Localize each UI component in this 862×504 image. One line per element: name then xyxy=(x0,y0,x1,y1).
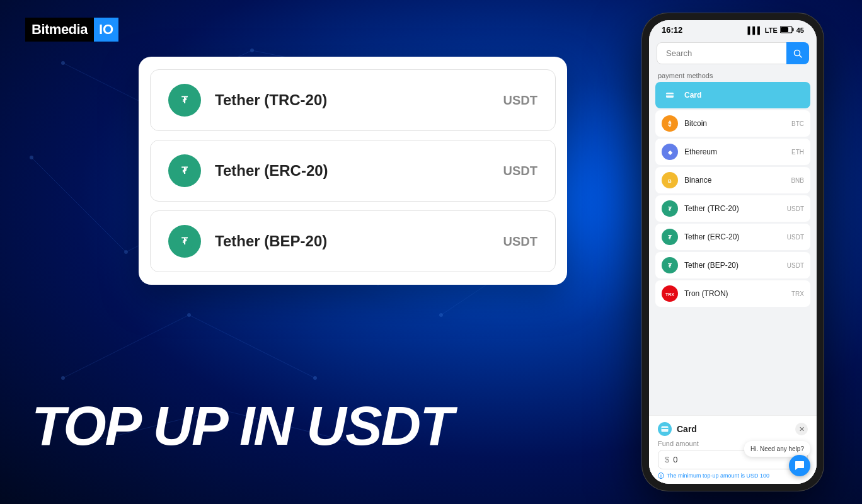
phone-screen: 16:12 ▌▌▌ LTE 45 xyxy=(649,20,817,484)
svg-text:₮: ₮ xyxy=(668,263,672,269)
status-time: 16:12 xyxy=(662,25,682,35)
svg-point-28 xyxy=(439,313,443,317)
svg-line-45 xyxy=(800,55,802,57)
tether-erc20-icon: ₮ xyxy=(168,154,201,187)
payment-list: Card ₿ Bitcoin BTC xyxy=(649,81,817,415)
tether-trc20-icon: ₮ xyxy=(168,84,201,117)
payment-methods-label: payment methods xyxy=(649,69,817,81)
tether-bep20-card: ₮ Tether (BEP-20) USDT xyxy=(150,210,556,272)
payment-item-bitcoin[interactable]: ₿ Bitcoin BTC xyxy=(655,110,810,137)
bottom-title-row: Card ✕ xyxy=(658,422,808,436)
logo: Bitmedia IO xyxy=(25,18,118,42)
min-notice-text: The minimum top-up amount is USD 100 xyxy=(667,472,769,479)
svg-rect-63 xyxy=(662,428,669,429)
tether-trc20-icon-sm: ₮ xyxy=(662,200,678,217)
payment-item-tether-erc20[interactable]: ₮ Tether (ERC-20) USDT xyxy=(655,224,810,250)
tether-trc20-card: ₮ Tether (TRC-20) USDT xyxy=(150,69,556,131)
tron-icon: TRX xyxy=(662,285,678,302)
tether-erc20-icon-sm: ₮ xyxy=(662,229,678,245)
svg-text:₮: ₮ xyxy=(181,95,188,105)
svg-point-25 xyxy=(30,156,33,159)
svg-text:₮: ₮ xyxy=(181,166,188,176)
tether-erc20-card: ₮ Tether (ERC-20) USDT xyxy=(150,140,556,202)
tether-trc20-label-sm: Tether (TRC-20) xyxy=(684,204,781,213)
close-button[interactable]: ✕ xyxy=(795,423,808,435)
status-icons: ▌▌▌ LTE 45 xyxy=(747,26,804,35)
tether-erc20-currency: USDT xyxy=(503,164,537,178)
card-label: Card xyxy=(684,91,804,100)
phone-frame: 16:12 ▌▌▌ LTE 45 xyxy=(641,13,824,491)
svg-point-24 xyxy=(313,376,317,380)
svg-rect-42 xyxy=(792,28,793,31)
svg-text:B: B xyxy=(668,178,672,184)
dollar-sign: $ xyxy=(665,455,669,464)
status-bar: 16:12 ▌▌▌ LTE 45 xyxy=(649,20,817,37)
payment-item-tron[interactable]: TRX Tron (TRON) TRX xyxy=(655,280,810,307)
bitcoin-icon: ₿ xyxy=(662,115,678,132)
tether-erc20-label-sm: Tether (ERC-20) xyxy=(684,232,781,241)
bitcoin-label: Bitcoin xyxy=(684,119,785,128)
card-icon xyxy=(662,87,678,103)
floating-cards-panel: ₮ Tether (TRC-20) USDT ₮ Tether (ERC-20)… xyxy=(139,57,567,285)
tether-erc20-code: USDT xyxy=(787,234,804,241)
binance-code: BNB xyxy=(791,177,804,184)
svg-text:₮: ₮ xyxy=(668,206,672,212)
payment-item-tether-trc20[interactable]: ₮ Tether (TRC-20) USDT xyxy=(655,195,810,222)
svg-line-7 xyxy=(32,158,126,252)
svg-point-23 xyxy=(187,313,191,317)
search-bar xyxy=(657,42,809,64)
network-label: LTE xyxy=(765,26,778,34)
bottom-title-text: Card xyxy=(677,424,697,434)
svg-text:◆: ◆ xyxy=(667,149,673,156)
svg-text:₮: ₮ xyxy=(181,236,188,246)
tether-bep20-icon: ₮ xyxy=(168,225,201,258)
ethereum-icon: ◆ xyxy=(662,144,678,160)
signal-icon: ▌▌▌ xyxy=(747,26,762,34)
fund-amount: 0 xyxy=(673,455,677,464)
ethereum-code: ETH xyxy=(791,149,804,156)
payment-item-tether-bep20[interactable]: ₮ Tether (BEP-20) USDT xyxy=(655,252,810,278)
tether-bep20-icon-sm: ₮ xyxy=(662,257,678,273)
payment-item-card[interactable]: Card xyxy=(655,82,810,108)
search-button[interactable] xyxy=(786,42,809,64)
binance-label: Binance xyxy=(684,176,784,185)
svg-text:TRX: TRX xyxy=(665,292,674,297)
tether-erc20-label: Tether (ERC-20) xyxy=(215,162,490,180)
battery-icon xyxy=(780,26,794,35)
tron-code: TRX xyxy=(791,290,804,297)
headline: TOP UP IN USDT xyxy=(32,398,452,454)
app-content: payment methods Card xyxy=(649,37,817,484)
tether-trc20-code: USDT xyxy=(787,205,804,212)
tether-bep20-label-sm: Tether (BEP-20) xyxy=(684,261,781,270)
battery-percent: 45 xyxy=(796,26,804,34)
chat-button[interactable] xyxy=(789,455,810,476)
svg-rect-43 xyxy=(781,27,788,32)
bitcoin-code: BTC xyxy=(791,120,804,127)
bottom-card-icon xyxy=(658,422,672,436)
ethereum-label: Ethereum xyxy=(684,147,785,156)
svg-text:i: i xyxy=(660,474,662,478)
logo-io: IO xyxy=(94,18,118,42)
svg-point-19 xyxy=(124,250,128,254)
min-notice: i The minimum top-up amount is USD 100 xyxy=(658,472,808,479)
tron-label: Tron (TRON) xyxy=(684,289,785,298)
phone-mockup: 16:12 ▌▌▌ LTE 45 xyxy=(641,13,824,491)
svg-point-22 xyxy=(61,376,65,380)
svg-line-6 xyxy=(189,315,315,378)
tether-trc20-label: Tether (TRC-20) xyxy=(215,91,490,109)
svg-point-33 xyxy=(250,49,254,52)
tether-trc20-currency: USDT xyxy=(503,93,537,108)
tether-bep20-currency: USDT xyxy=(503,234,537,249)
payment-item-binance[interactable]: B Binance BNB xyxy=(655,167,810,193)
logo-text: Bitmedia xyxy=(25,18,94,42)
payment-item-ethereum[interactable]: ◆ Ethereum ETH xyxy=(655,139,810,165)
svg-text:₮: ₮ xyxy=(668,234,672,241)
svg-rect-47 xyxy=(666,94,674,96)
svg-line-5 xyxy=(63,315,189,378)
tether-bep20-code: USDT xyxy=(787,262,804,269)
svg-point-15 xyxy=(61,61,65,65)
binance-icon: B xyxy=(662,172,678,188)
tether-bep20-label: Tether (BEP-20) xyxy=(215,232,490,250)
